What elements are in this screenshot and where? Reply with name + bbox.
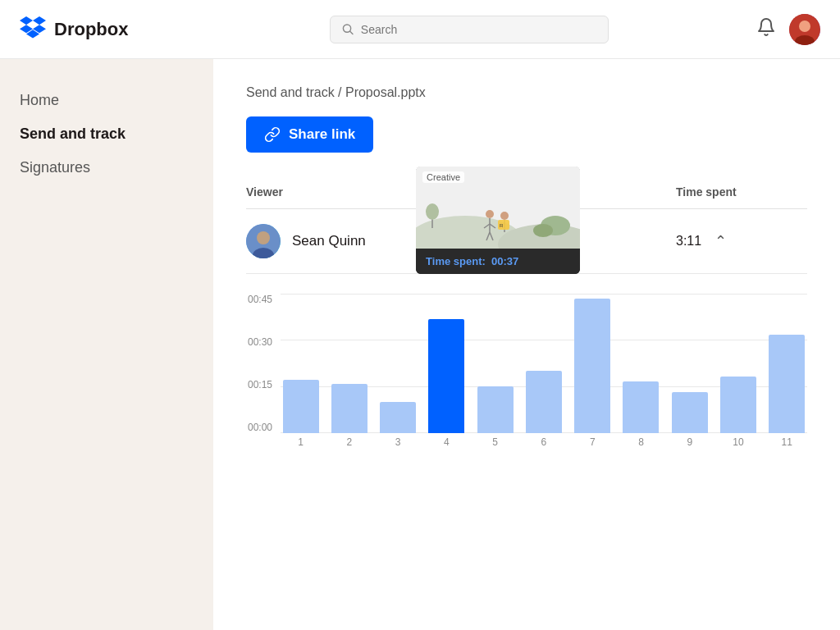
sidebar-item-home[interactable]: Home [20,85,194,116]
sidebar-item-signatures[interactable]: Signatures [20,153,194,183]
header-center [200,16,738,43]
time-cell: 3:11 ⌃ [676,232,807,250]
bar-group-11[interactable] [767,294,807,433]
sidebar: Home Send and track Signatures [0,59,213,630]
tooltip-slide-label: Creative [422,171,464,183]
bar-8[interactable] [623,381,659,433]
notification-bell-icon[interactable] [756,17,776,42]
bar-group-3[interactable] [378,294,418,433]
bar-group-6[interactable] [523,294,564,433]
svg-point-3 [799,21,810,32]
bar-5[interactable] [477,386,514,433]
bar-group-1[interactable] [281,294,321,433]
bar-6[interactable] [526,371,562,433]
tooltip-time-label: Time spent: [426,255,486,267]
search-input[interactable] [361,23,596,36]
viewer-name: Sean Quinn [292,233,366,249]
breadcrumb: Send and track / Proposal.pptx [246,85,807,100]
logo-area: Dropbox [20,16,200,43]
tooltip-time-value: 00:37 [491,255,518,267]
x-label-9: 9 [669,436,710,448]
x-label-1: 1 [281,436,321,448]
tooltip-preview: R Creative [416,167,580,249]
bar-9[interactable] [672,392,708,433]
chevron-up-icon[interactable]: ⌃ [714,232,727,250]
bars-row [281,294,807,433]
svg-point-24 [533,224,553,237]
search-bar[interactable] [330,16,609,43]
bar-11[interactable] [769,335,805,433]
viewer-avatar [246,224,281,258]
tooltip-time: Time spent: 00:37 [426,255,518,267]
header: Dropbox [0,0,840,59]
bar-group-9[interactable] [669,294,710,433]
x-label-5: 5 [475,436,515,448]
x-label-11: 11 [767,436,807,448]
svg-line-1 [350,31,353,34]
logo-text: Dropbox [54,19,128,40]
bar-group-7[interactable] [573,294,613,433]
svg-text:R: R [500,223,504,228]
bar-group-10[interactable] [718,294,758,433]
time-value: 3:11 [676,234,701,249]
bar-7[interactable] [574,299,610,433]
x-label-8: 8 [621,436,661,448]
bar-3[interactable] [380,402,416,433]
bar-group-5[interactable] [475,294,515,433]
share-link-label: Share link [289,126,355,143]
chart-body: R Creative Time spent: 00: [281,294,807,448]
y-label-0: 00:45 [248,294,272,305]
chart-tooltip: R Creative Time spent: 00: [416,167,580,274]
bar-10[interactable] [720,377,756,433]
chart-section: 00:45 00:30 00:15 00:00 [246,294,807,448]
svg-point-13 [486,210,494,218]
share-link-button[interactable]: Share link [246,116,373,153]
dropbox-logo-icon [20,16,46,43]
svg-point-6 [257,231,270,244]
x-label-6: 6 [523,436,564,448]
svg-point-12 [426,203,439,220]
bar-1[interactable] [283,380,319,433]
bar-4[interactable] [428,319,464,433]
x-label-10: 10 [718,436,758,448]
chart-bars-wrapper: R Creative Time spent: 00: [281,294,807,433]
user-avatar[interactable] [789,14,820,45]
bar-group-2[interactable] [329,294,369,433]
x-label-2: 2 [329,436,369,448]
y-label-3: 00:00 [248,422,272,433]
sidebar-item-send-and-track[interactable]: Send and track [20,119,194,149]
chart-y-axis: 00:45 00:30 00:15 00:00 [246,294,281,433]
column-time-spent: Time spent [676,185,807,199]
x-label-4: 4 [427,436,467,448]
tooltip-body: Time spent: 00:37 [416,249,580,274]
svg-point-19 [500,212,509,220]
bar-group-8[interactable] [621,294,661,433]
main-content: Send and track / Proposal.pptx Share lin… [213,59,840,630]
y-label-1: 00:30 [248,336,272,348]
x-label-3: 3 [378,436,418,448]
bar-2[interactable] [331,384,368,433]
x-labels: 1234567891011 [281,436,807,448]
main-layout: Home Send and track Signatures Send and … [0,59,840,630]
header-right [738,14,820,45]
bar-group-4[interactable] [427,294,467,433]
search-icon [342,23,354,36]
x-label-7: 7 [573,436,613,448]
y-label-2: 00:15 [248,379,272,390]
share-icon [264,126,281,143]
